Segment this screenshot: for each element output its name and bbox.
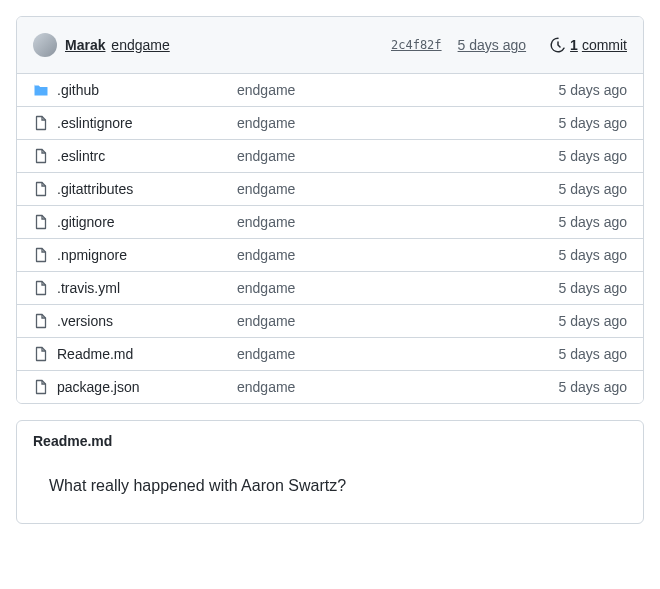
file-name-link[interactable]: .eslintrc: [57, 148, 105, 164]
file-commit-message[interactable]: endgame: [237, 379, 295, 395]
file-row: Readme.mdendgame5 days ago: [17, 337, 643, 370]
file-row: .gitignoreendgame5 days ago: [17, 205, 643, 238]
commit-message-link[interactable]: endgame: [111, 37, 169, 53]
file-commit-message[interactable]: endgame: [237, 181, 295, 197]
file-commit-message[interactable]: endgame: [237, 247, 295, 263]
history-icon: [550, 37, 566, 53]
readme-title[interactable]: Readme.md: [17, 421, 643, 461]
file-icon: [33, 280, 57, 296]
file-commit-message[interactable]: endgame: [237, 82, 295, 98]
file-age: 5 days ago: [559, 379, 628, 395]
readme-body: What really happened with Aaron Swartz?: [17, 461, 643, 523]
file-age: 5 days ago: [559, 214, 628, 230]
file-age: 5 days ago: [559, 346, 628, 362]
file-icon: [33, 247, 57, 263]
folder-icon: [33, 82, 57, 98]
commit-word: commit: [582, 37, 627, 53]
file-name-link[interactable]: .versions: [57, 313, 113, 329]
commit-sha-link[interactable]: 2c4f82f: [391, 38, 442, 52]
file-name-link[interactable]: .npmignore: [57, 247, 127, 263]
file-row: .eslintignoreendgame5 days ago: [17, 106, 643, 139]
file-row: .eslintrcendgame5 days ago: [17, 139, 643, 172]
latest-commit-header: Marak endgame 2c4f82f 5 days ago 1 commi…: [17, 17, 643, 73]
file-name-link[interactable]: .eslintignore: [57, 115, 133, 131]
commits-link[interactable]: 1 commit: [550, 37, 627, 53]
file-row: .versionsendgame5 days ago: [17, 304, 643, 337]
file-commit-message[interactable]: endgame: [237, 280, 295, 296]
file-age: 5 days ago: [559, 280, 628, 296]
file-row: .gitattributesendgame5 days ago: [17, 172, 643, 205]
file-icon: [33, 181, 57, 197]
file-icon: [33, 214, 57, 230]
file-row: .githubendgame5 days ago: [17, 73, 643, 106]
file-age: 5 days ago: [559, 247, 628, 263]
file-name-link[interactable]: .gitignore: [57, 214, 115, 230]
file-age: 5 days ago: [559, 181, 628, 197]
author-link[interactable]: Marak: [65, 37, 105, 53]
file-row: .npmignoreendgame5 days ago: [17, 238, 643, 271]
file-commit-message[interactable]: endgame: [237, 148, 295, 164]
file-commit-message[interactable]: endgame: [237, 115, 295, 131]
file-name-link[interactable]: package.json: [57, 379, 140, 395]
file-icon: [33, 313, 57, 329]
file-name-link[interactable]: .travis.yml: [57, 280, 120, 296]
file-commit-message[interactable]: endgame: [237, 346, 295, 362]
avatar[interactable]: [33, 33, 57, 57]
file-icon: [33, 115, 57, 131]
file-commit-message[interactable]: endgame: [237, 313, 295, 329]
file-age: 5 days ago: [559, 82, 628, 98]
file-age: 5 days ago: [559, 313, 628, 329]
file-icon: [33, 148, 57, 164]
file-commit-message[interactable]: endgame: [237, 214, 295, 230]
file-icon: [33, 346, 57, 362]
file-age: 5 days ago: [559, 115, 628, 131]
commit-count: 1: [570, 37, 578, 53]
file-row: .travis.ymlendgame5 days ago: [17, 271, 643, 304]
commit-time-ago[interactable]: 5 days ago: [458, 37, 527, 53]
file-name-link[interactable]: Readme.md: [57, 346, 133, 362]
file-icon: [33, 379, 57, 395]
file-row: package.jsonendgame5 days ago: [17, 370, 643, 403]
file-name-link[interactable]: .gitattributes: [57, 181, 133, 197]
readme-box: Readme.md What really happened with Aaro…: [16, 420, 644, 524]
file-name-link[interactable]: .github: [57, 82, 99, 98]
file-list-box: Marak endgame 2c4f82f 5 days ago 1 commi…: [16, 16, 644, 404]
file-age: 5 days ago: [559, 148, 628, 164]
